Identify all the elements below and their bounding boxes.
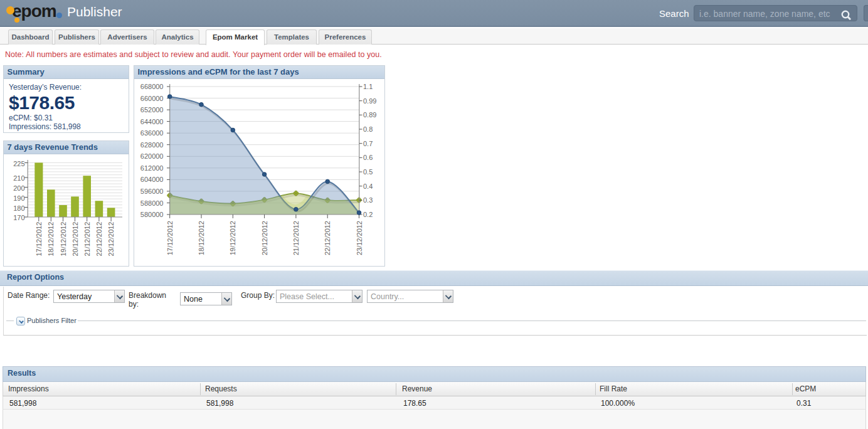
svg-text:588000: 588000 (140, 199, 164, 207)
svg-text:20/12/2012: 20/12/2012 (71, 222, 79, 257)
svg-text:0.99: 0.99 (363, 97, 376, 105)
svg-text:210: 210 (13, 174, 24, 182)
svg-text:21/12/2012: 21/12/2012 (292, 221, 300, 255)
svg-text:18/12/2012: 18/12/2012 (47, 222, 55, 257)
svg-text:190: 190 (13, 194, 24, 202)
svg-text:19/12/2012: 19/12/2012 (60, 222, 67, 257)
svg-text:22/12/2012: 22/12/2012 (95, 222, 103, 257)
svg-text:225: 225 (13, 160, 24, 167)
svg-text:0.6: 0.6 (363, 154, 373, 161)
svg-text:17/12/2012: 17/12/2012 (35, 222, 43, 257)
svg-text:0.5: 0.5 (363, 168, 373, 176)
svg-text:0.4: 0.4 (363, 183, 373, 190)
svg-text:580000: 580000 (140, 211, 164, 218)
svg-text:660000: 660000 (140, 95, 164, 102)
svg-text:596000: 596000 (140, 188, 164, 195)
svg-text:0.89: 0.89 (363, 111, 376, 119)
svg-text:19/12/2012: 19/12/2012 (229, 221, 236, 255)
svg-text:200: 200 (13, 184, 24, 192)
svg-text:23/12/2012: 23/12/2012 (107, 222, 115, 257)
svg-text:620000: 620000 (140, 152, 164, 160)
svg-text:21/12/2012: 21/12/2012 (83, 222, 91, 257)
svg-text:22/12/2012: 22/12/2012 (324, 221, 331, 255)
svg-text:644000: 644000 (140, 118, 164, 125)
svg-text:0.3: 0.3 (363, 196, 373, 204)
svg-text:652000: 652000 (140, 106, 164, 114)
svg-text:18/12/2012: 18/12/2012 (198, 221, 205, 255)
svg-text:612000: 612000 (140, 164, 164, 172)
svg-text:180: 180 (13, 204, 24, 212)
svg-text:170: 170 (13, 214, 24, 221)
svg-text:0.8: 0.8 (363, 125, 373, 133)
svg-text:636000: 636000 (140, 129, 164, 137)
svg-text:628000: 628000 (140, 141, 164, 149)
svg-text:604000: 604000 (140, 176, 164, 183)
svg-text:17/12/2012: 17/12/2012 (166, 221, 174, 255)
svg-text:668000: 668000 (140, 83, 164, 90)
svg-text:20/12/2012: 20/12/2012 (261, 221, 268, 255)
svg-text:23/12/2012: 23/12/2012 (356, 221, 363, 255)
svg-text:0.7: 0.7 (363, 140, 373, 147)
svg-text:1.1: 1.1 (363, 83, 373, 90)
svg-text:0.2: 0.2 (363, 211, 373, 218)
